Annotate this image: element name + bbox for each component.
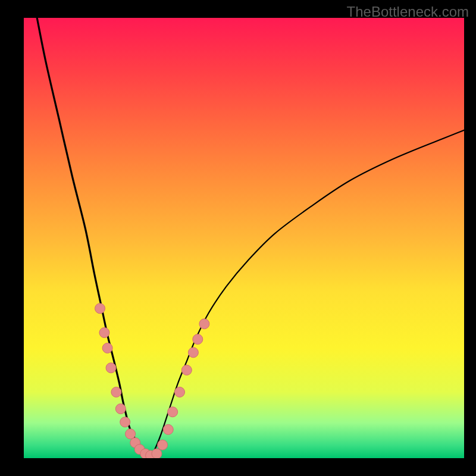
curve-right-curve	[149, 130, 464, 457]
data-marker	[120, 417, 130, 427]
data-marker	[152, 449, 162, 458]
curve-group	[37, 18, 464, 457]
data-marker	[106, 363, 116, 373]
data-marker	[126, 429, 136, 439]
marker-group	[95, 303, 209, 458]
curve-left-curve	[37, 18, 149, 457]
data-marker	[199, 319, 209, 329]
data-marker	[99, 328, 109, 338]
data-marker	[163, 424, 173, 434]
plot-area	[24, 18, 464, 458]
data-marker	[188, 347, 198, 358]
data-marker	[174, 387, 184, 397]
data-marker	[102, 343, 112, 353]
data-marker	[181, 365, 192, 375]
data-marker	[111, 387, 121, 397]
data-marker	[115, 404, 126, 414]
watermark-text: TheBottleneck.com	[347, 4, 469, 20]
curve-svg	[24, 18, 464, 458]
data-marker	[158, 440, 168, 450]
data-marker	[168, 407, 178, 417]
data-marker	[95, 303, 105, 314]
chart-container: TheBottleneck.com	[0, 0, 476, 476]
data-marker	[193, 334, 203, 345]
